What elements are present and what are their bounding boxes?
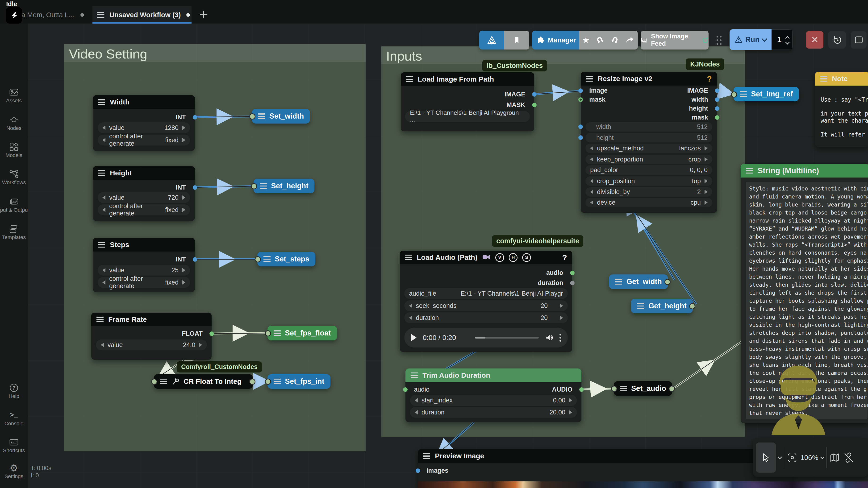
node-load-audio-path[interactable]: Load Audio (Path) V H S ? audio duration… [400, 251, 572, 352]
node-menu-icon[interactable] [98, 242, 105, 248]
sidebar-item-assets[interactable]: Assets [0, 87, 28, 104]
toolbar-drag-handle[interactable] [717, 36, 723, 45]
input-audio-dot[interactable] [403, 387, 408, 392]
widget-image-path[interactable]: E:\1 - YT Channels\1-Benji AI Playgroun … [405, 111, 530, 122]
node-menu-icon[interactable] [637, 303, 644, 309]
show-image-feed-button[interactable]: Show Image Feed [641, 31, 709, 50]
increment-icon[interactable] [569, 398, 572, 402]
canvas-menu-icon[interactable] [35, 32, 51, 43]
output-dot[interactable] [664, 279, 671, 285]
widget-audio-file[interactable]: audio_file E:\1 - YT Channels\1-Benji AI… [404, 288, 568, 299]
sidebar-item-nodes[interactable]: Nodes [0, 115, 28, 131]
widget-value[interactable]: value 25 [98, 265, 190, 275]
node-set-fps-float[interactable]: Set_fps_float [268, 326, 337, 340]
bookmark-button[interactable] [504, 31, 529, 50]
tool-chevron-icon[interactable] [778, 455, 782, 459]
node-set-img-ref[interactable]: Set_img_ref [734, 87, 799, 101]
link-visibility-icon[interactable] [843, 452, 854, 463]
output-image-dot[interactable] [532, 92, 536, 97]
widget-device[interactable]: device cpu [585, 198, 712, 207]
preview-image-strip[interactable] [418, 481, 793, 488]
sidebar-item-shortcuts[interactable]: Shortcuts [0, 436, 28, 454]
node-set-fps-int[interactable]: Set_fps_int [268, 374, 331, 389]
node-menu-icon[interactable] [96, 317, 103, 322]
input-dot[interactable] [611, 386, 617, 392]
comfyui-logo[interactable] [6, 7, 22, 24]
node-menu-icon[interactable] [411, 372, 418, 378]
star-icon[interactable]: ★ [582, 35, 589, 45]
node-get-width[interactable]: Get_width [609, 274, 668, 289]
node-note-header[interactable]: Note [815, 72, 868, 86]
tab-menu-icon[interactable] [97, 12, 104, 18]
node-menu-icon[interactable] [274, 330, 281, 336]
output-dot[interactable] [689, 303, 695, 309]
node-menu-icon[interactable] [405, 255, 412, 260]
output-height-dot[interactable] [715, 106, 719, 111]
node-string-header[interactable]: String (Multiline) [741, 164, 868, 177]
widget-width[interactable]: width 512 [585, 122, 712, 132]
increment-icon[interactable] [705, 200, 708, 205]
decrement-icon[interactable] [102, 280, 105, 285]
count-down-icon[interactable] [785, 40, 789, 44]
manager-button[interactable]: Manager [532, 31, 579, 50]
decrement-icon[interactable] [102, 138, 105, 142]
input-dot[interactable] [151, 379, 157, 385]
decrement-icon[interactable] [102, 268, 105, 272]
increment-icon[interactable] [182, 138, 185, 142]
zoom-level[interactable]: 106% [800, 454, 818, 462]
widget-duration[interactable]: duration 20.00 [410, 407, 577, 418]
node-trim-audio-header[interactable]: Trim Audio Duration [405, 368, 582, 382]
node-menu-icon[interactable] [820, 76, 827, 82]
play-icon[interactable] [411, 334, 416, 341]
input-dot[interactable] [731, 92, 737, 98]
widget-crop-position[interactable]: crop_position top [585, 176, 712, 186]
input-image-dot[interactable] [578, 88, 583, 93]
node-preview-header[interactable]: Preview Image ? [418, 449, 793, 463]
sidebar-item-help[interactable]: ? Help [0, 382, 28, 399]
sidebar-item-input-output[interactable]: put & Outpu [0, 196, 28, 213]
node-menu-icon[interactable] [258, 113, 265, 119]
node-menu-icon[interactable] [586, 76, 593, 82]
node-height[interactable]: Height INT value 720 control after gener… [93, 166, 195, 221]
decrement-icon[interactable] [102, 126, 105, 130]
output-mask-dot[interactable] [715, 115, 719, 120]
note-text[interactable]: Use : say "<Transc in your text promp wa… [820, 96, 868, 143]
widget-divisible-by[interactable]: divisible_by 2 [585, 187, 712, 197]
node-menu-icon[interactable] [98, 99, 105, 105]
increment-icon[interactable] [705, 179, 708, 183]
node-set-steps[interactable]: Set_steps [257, 252, 315, 266]
node-set-height[interactable]: Set_height [253, 179, 314, 193]
input-dot[interactable] [265, 379, 271, 385]
node-set-audio[interactable]: Set_audio [614, 381, 672, 396]
widget-control-after-generate[interactable]: control after generate fixed [98, 204, 190, 215]
node-frame-rate[interactable]: Frame Rate FLOAT value 24.0 [91, 313, 212, 360]
node-menu-icon[interactable] [98, 170, 105, 176]
widget-value[interactable]: value 1280 [98, 122, 190, 133]
node-frame-rate-header[interactable]: Frame Rate [91, 313, 212, 326]
input-images-dot[interactable] [415, 468, 420, 473]
cancel-queue-button[interactable]: ✕ [806, 31, 824, 48]
node-menu-icon[interactable] [423, 453, 430, 459]
node-menu-icon[interactable] [274, 379, 281, 384]
decrement-icon[interactable] [590, 146, 593, 151]
increment-icon[interactable] [560, 316, 563, 320]
sidebar-item-models[interactable]: Models [0, 141, 28, 158]
node-preview-image[interactable]: Preview Image ? images [418, 449, 793, 488]
decrement-icon[interactable] [102, 195, 105, 200]
increment-icon[interactable] [182, 195, 185, 200]
widget-value[interactable]: value 24.0 [96, 339, 207, 350]
input-dot[interactable] [265, 330, 271, 336]
decrement-icon[interactable] [101, 343, 104, 347]
increment-icon[interactable] [182, 208, 185, 212]
decrement-icon[interactable] [409, 304, 412, 308]
widget-value[interactable]: value 720 [98, 192, 190, 203]
increment-icon[interactable] [569, 410, 572, 415]
history-button[interactable] [828, 31, 846, 48]
node-resize-header[interactable]: Resize Image v2 ? [581, 72, 717, 86]
node-width[interactable]: Width INT value 1280 control after gener… [93, 95, 195, 151]
node-note[interactable]: Note Use : say "<Transc in your text pro… [815, 72, 868, 147]
pointer-tool-button[interactable] [756, 443, 776, 473]
increment-icon[interactable] [705, 146, 708, 151]
decrement-icon[interactable] [409, 316, 412, 320]
input-width-widget-dot[interactable] [578, 125, 583, 129]
